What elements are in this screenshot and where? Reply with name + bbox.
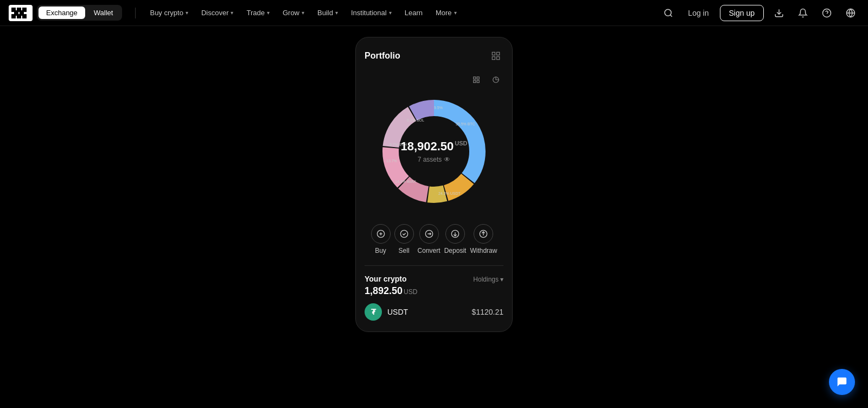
portfolio-donut-chart: 35.5% BTC 9.5% 6.2% SOL 9.7% ETH 13.7% 1…	[374, 92, 494, 211]
portfolio-amount-value: 18,902.50	[400, 139, 454, 153]
deposit-action-btn[interactable]: Deposit	[444, 224, 467, 254]
nav-item-grow-label: Grow	[283, 9, 299, 17]
nav-right: Log in Sign up	[660, 4, 859, 22]
chart-label-btc: 35.5% BTC	[456, 122, 475, 126]
nav-item-grow[interactable]: Grow ▾	[277, 5, 310, 20]
usdt-name: USDT	[387, 308, 408, 316]
svg-rect-6	[14, 10, 18, 16]
wallet-toggle-btn[interactable]: Wallet	[86, 7, 121, 19]
chart-label-usdt: 24.3% USDT	[438, 192, 461, 195]
svg-rect-22	[477, 80, 479, 82]
main-content: Portfolio	[0, 26, 868, 408]
svg-rect-17	[492, 57, 495, 60]
holdings-label: Holdings	[473, 276, 499, 283]
nav-item-buy-crypto-label: Buy crypto	[150, 9, 183, 17]
buy-icon	[371, 224, 391, 244]
nav-divider	[135, 8, 136, 18]
svg-point-8	[665, 9, 672, 16]
nav-chevron-buy-crypto: ▾	[186, 10, 188, 16]
withdraw-action-btn[interactable]: Withdraw	[470, 224, 497, 254]
nav-item-learn[interactable]: Learn	[399, 5, 428, 20]
nav-chevron-institutional: ▾	[389, 10, 392, 16]
nav-item-buy-crypto[interactable]: Buy crypto ▾	[144, 5, 193, 20]
usdt-icon: ₮	[365, 303, 382, 321]
chat-button[interactable]	[829, 369, 855, 395]
language-button[interactable]	[842, 4, 859, 22]
your-crypto-section: Your crypto Holdings ▾ 1,892.50USD ₮ USD…	[365, 265, 503, 321]
exchange-toggle-btn[interactable]: Exchange	[39, 7, 85, 19]
sign-up-button[interactable]: Sign up	[720, 5, 764, 21]
sell-icon	[394, 224, 414, 244]
portfolio-assets-count: 7 assets 👁	[418, 156, 451, 163]
nav-item-discover-label: Discover	[201, 9, 229, 17]
convert-action-btn[interactable]: Convert	[418, 224, 441, 254]
nav-chevron-more: ▾	[454, 10, 457, 16]
chart-label-avax: 14.8% AVAX	[395, 180, 416, 183]
svg-rect-18	[497, 57, 500, 60]
portfolio-header: Portfolio	[365, 48, 503, 63]
chart-label-orange: 9.5%	[434, 106, 443, 110]
buy-action-btn[interactable]: Buy	[371, 224, 391, 254]
nav-item-learn-label: Learn	[405, 9, 423, 17]
nav-item-trade[interactable]: Trade ▾	[241, 5, 275, 20]
nav-item-build-label: Build	[317, 9, 333, 17]
nav-item-more-label: More	[436, 9, 452, 17]
buy-label: Buy	[375, 247, 386, 254]
nav-chevron-trade: ▾	[267, 10, 270, 16]
download-button[interactable]	[770, 4, 788, 22]
sell-action-btn[interactable]: Sell	[394, 224, 414, 254]
your-crypto-title: Your crypto	[365, 275, 407, 283]
holdings-chevron: ▾	[500, 276, 503, 283]
action-buttons: Buy Sell Convert Deposit	[365, 224, 503, 254]
svg-rect-19	[474, 77, 476, 79]
portfolio-title: Portfolio	[365, 51, 400, 61]
nav-item-trade-label: Trade	[246, 9, 264, 17]
svg-rect-16	[497, 52, 500, 55]
withdraw-icon	[474, 224, 493, 244]
nav-item-institutional[interactable]: Institutional ▾	[346, 5, 397, 20]
svg-point-26	[400, 230, 407, 237]
usdt-row: ₮ USDT $1120.21	[365, 303, 503, 321]
nav-toggle: Exchange Wallet	[37, 5, 122, 21]
nav-chevron-grow: ▾	[302, 10, 304, 16]
notifications-button[interactable]	[794, 4, 812, 22]
svg-rect-21	[474, 80, 476, 82]
grid-view-btn[interactable]	[469, 72, 484, 87]
deposit-icon	[445, 224, 465, 244]
nav-item-institutional-label: Institutional	[351, 9, 387, 17]
portfolio-amount: 18,902.50USD	[400, 139, 467, 154]
nav-item-build[interactable]: Build ▾	[312, 5, 343, 20]
chart-view-btn[interactable]	[488, 72, 503, 87]
convert-icon	[419, 224, 439, 244]
phone-card: Portfolio	[355, 37, 513, 332]
sell-label: Sell	[399, 247, 410, 254]
chart-controls	[365, 72, 503, 87]
nav-item-discover[interactable]: Discover ▾	[196, 5, 239, 20]
crypto-total-number: 1,892.50	[365, 285, 403, 296]
svg-line-9	[671, 15, 672, 16]
chart-label-pink2: 13.7%	[386, 159, 397, 163]
svg-rect-20	[477, 77, 479, 79]
crypto-total-value: 1,892.50USD	[365, 285, 503, 297]
portfolio-settings-icon[interactable]	[488, 48, 503, 63]
usdt-value: $1120.21	[472, 308, 503, 316]
crypto-total-currency: USD	[404, 288, 417, 296]
crypto-header: Your crypto Holdings ▾	[365, 275, 503, 283]
search-button[interactable]	[660, 4, 677, 22]
withdraw-label: Withdraw	[470, 247, 497, 254]
nav-items: Buy crypto ▾ Discover ▾ Trade ▾ Grow ▾ B…	[144, 5, 655, 20]
nav-chevron-discover: ▾	[231, 10, 233, 16]
help-button[interactable]	[818, 4, 835, 22]
okx-logo[interactable]	[9, 5, 33, 21]
deposit-label: Deposit	[444, 247, 467, 254]
svg-rect-15	[492, 52, 495, 55]
svg-rect-7	[20, 10, 24, 16]
convert-label: Convert	[418, 247, 441, 254]
nav-item-more[interactable]: More ▾	[430, 5, 462, 20]
eye-icon[interactable]: 👁	[444, 156, 450, 163]
portfolio-currency: USD	[455, 140, 467, 146]
navbar: Exchange Wallet Buy crypto ▾ Discover ▾ …	[0, 0, 868, 26]
holdings-filter[interactable]: Holdings ▾	[473, 276, 503, 283]
log-in-button[interactable]: Log in	[684, 5, 713, 21]
donut-center: 18,902.50USD 7 assets 👁	[400, 139, 467, 163]
